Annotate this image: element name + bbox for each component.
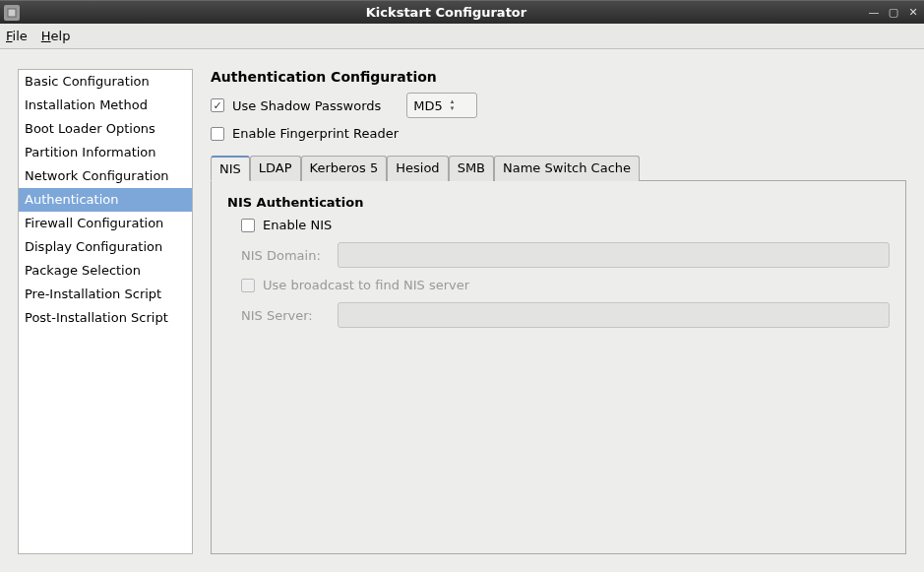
nis-server-input[interactable] bbox=[338, 302, 890, 328]
enable-fpr-checkbox[interactable] bbox=[211, 127, 224, 141]
minimize-icon[interactable]: — bbox=[867, 6, 881, 20]
sidebar-item[interactable]: Basic Configuration bbox=[19, 70, 192, 94]
main-pane: Authentication Configuration ✓ Use Shado… bbox=[211, 69, 906, 554]
nis-broadcast-checkbox bbox=[241, 279, 255, 292]
nis-domain-label: NIS Domain: bbox=[241, 248, 330, 263]
sidebar-item[interactable]: Boot Loader Options bbox=[19, 117, 192, 141]
tab[interactable]: Kerberos 5 bbox=[301, 156, 388, 181]
sidebar-item[interactable]: Firewall Configuration bbox=[19, 212, 192, 235]
sidebar-item[interactable]: Authentication bbox=[19, 188, 192, 212]
sidebar-item[interactable]: Post-Installation Script bbox=[19, 306, 192, 330]
tab[interactable]: Name Switch Cache bbox=[494, 156, 640, 181]
sidebar-item[interactable]: Installation Method bbox=[19, 94, 192, 117]
hash-algo-value: MD5 bbox=[413, 98, 443, 113]
sidebar-item[interactable]: Package Selection bbox=[19, 259, 192, 283]
tab-bar: NISLDAPKerberos 5HesiodSMBName Switch Ca… bbox=[211, 155, 906, 181]
menubar: File Help bbox=[0, 24, 924, 49]
nis-server-label: NIS Server: bbox=[241, 308, 330, 323]
enable-fpr-label: Enable Fingerprint Reader bbox=[232, 126, 399, 141]
sidebar-item[interactable]: Pre-Installation Script bbox=[19, 283, 192, 306]
svg-rect-0 bbox=[8, 9, 16, 17]
enable-nis-checkbox[interactable] bbox=[241, 219, 255, 232]
sidebar: Basic ConfigurationInstallation MethodBo… bbox=[18, 69, 193, 554]
sidebar-item[interactable]: Network Configuration bbox=[19, 164, 192, 188]
hash-algo-select[interactable]: MD5 ▴▾ bbox=[406, 93, 477, 118]
spin-icon: ▴▾ bbox=[451, 98, 455, 112]
enable-nis-label: Enable NIS bbox=[263, 218, 332, 232]
close-icon[interactable]: ✕ bbox=[906, 6, 920, 20]
use-shadow-label: Use Shadow Passwords bbox=[232, 98, 381, 113]
nis-heading: NIS Authentication bbox=[227, 195, 890, 210]
app-icon bbox=[4, 5, 20, 21]
maximize-icon[interactable]: ▢ bbox=[887, 6, 900, 20]
page-heading: Authentication Configuration bbox=[211, 69, 906, 85]
sidebar-item[interactable]: Display Configuration bbox=[19, 235, 192, 259]
tab[interactable]: LDAP bbox=[250, 156, 301, 181]
tab[interactable]: SMB bbox=[449, 156, 494, 181]
menu-file[interactable]: File bbox=[6, 29, 28, 43]
nis-broadcast-label: Use broadcast to find NIS server bbox=[263, 278, 469, 292]
tab[interactable]: Hesiod bbox=[387, 156, 448, 181]
tab[interactable]: NIS bbox=[211, 156, 250, 181]
window-title: Kickstart Configurator bbox=[26, 5, 867, 20]
nis-domain-input[interactable] bbox=[338, 242, 890, 268]
menu-help[interactable]: Help bbox=[41, 29, 71, 43]
sidebar-item[interactable]: Partition Information bbox=[19, 141, 192, 164]
titlebar: Kickstart Configurator — ▢ ✕ bbox=[0, 0, 924, 24]
tab-pane-nis: NIS Authentication Enable NIS NIS Domain… bbox=[211, 181, 906, 554]
use-shadow-checkbox[interactable]: ✓ bbox=[211, 98, 224, 112]
